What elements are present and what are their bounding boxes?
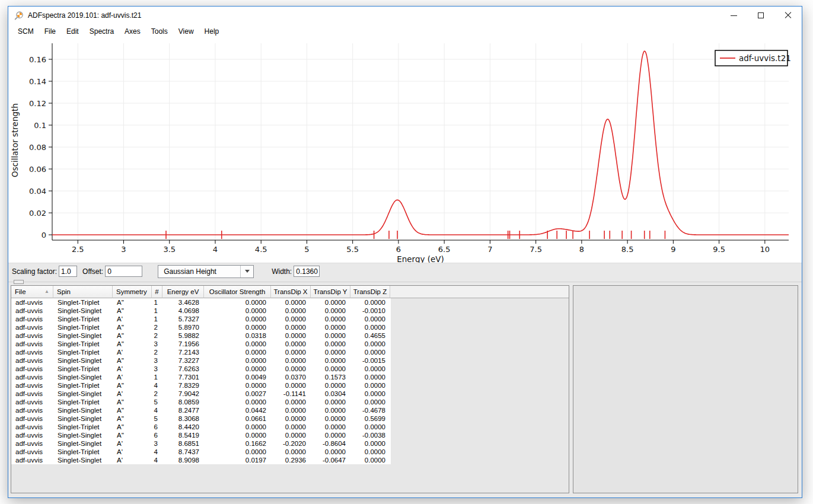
menu-file[interactable]: File: [39, 25, 61, 37]
cell-file: adf-uvvis: [11, 331, 53, 340]
column-header-spin[interactable]: Spin: [53, 286, 113, 298]
cell--: 1: [152, 315, 162, 323]
cell-spin: Singlet-Singlet: [53, 431, 113, 439]
table-row[interactable]: adf-uvvisSinglet-TripletA''25.89700.0000…: [11, 323, 391, 331]
broadening-method-select[interactable]: Gaussian Height: [158, 265, 254, 278]
cell-oscillator-strength: 0.0442: [204, 406, 271, 414]
cell--: 2: [152, 323, 162, 331]
cell-transdip-z: 0.0000: [350, 365, 390, 373]
menu-spectra[interactable]: Spectra: [84, 25, 119, 37]
cell--: 3: [152, 439, 162, 448]
cell-file: adf-uvvis: [11, 390, 53, 398]
menu-tools[interactable]: Tools: [146, 25, 173, 37]
table-row[interactable]: adf-uvvisSinglet-SingletA'27.90420.0027-…: [11, 390, 391, 398]
cell-symmetry: A'': [113, 406, 152, 414]
table-header-row: File▲SpinSymmetry#Energy eVOscillator St…: [11, 286, 569, 298]
table-row[interactable]: adf-uvvisSinglet-SingletA''37.32270.0000…: [11, 356, 391, 365]
scaling-factor-input[interactable]: [59, 266, 77, 277]
table-row[interactable]: adf-uvvisSinglet-TripletA'37.62630.00000…: [11, 365, 391, 373]
app-window: ADFspectra 2019.101: adf-uvvis.t21 SCMFi…: [8, 6, 802, 498]
table-row[interactable]: adf-uvvisSinglet-TripletA''68.44200.0000…: [11, 423, 391, 431]
cell-file: adf-uvvis: [11, 315, 53, 323]
maximize-button[interactable]: [747, 7, 774, 24]
magnifier-icon: [14, 11, 24, 21]
splitter-grip[interactable]: [14, 280, 24, 284]
column-header-transdip-y[interactable]: TransDip Y: [311, 286, 350, 298]
offset-label: Offset:: [82, 267, 103, 276]
cell-transdip-y: 0.0000: [311, 448, 350, 456]
table-row[interactable]: adf-uvvisSinglet-TripletA'15.73270.00000…: [11, 315, 391, 323]
cell-oscillator-strength: 0.0000: [204, 381, 271, 390]
svg-text:6: 6: [396, 245, 401, 254]
table-row[interactable]: adf-uvvisSinglet-TripletA''58.08590.0000…: [11, 398, 391, 406]
cell-energy-ev: 8.7437: [162, 448, 204, 456]
cell-energy-ev: 7.3227: [162, 356, 204, 365]
table-row[interactable]: adf-uvvisSinglet-SingletA''68.54190.0000…: [11, 431, 391, 439]
table-row[interactable]: adf-uvvisSinglet-SingletA'38.68510.1662-…: [11, 439, 391, 448]
cell-symmetry: A': [113, 390, 152, 398]
width-input[interactable]: [294, 266, 320, 277]
cell-transdip-y: 0.0000: [311, 406, 350, 414]
column-header--[interactable]: #: [152, 286, 162, 298]
cell-transdip-y: -0.0647: [311, 456, 350, 464]
cell-transdip-y: 0.0000: [311, 348, 350, 356]
cell-transdip-x: 0.0000: [271, 406, 311, 414]
table-row[interactable]: adf-uvvisSinglet-TripletA''37.19560.0000…: [11, 340, 391, 348]
column-header-transdip-z[interactable]: TransDip Z: [350, 286, 390, 298]
cell--: 5: [152, 414, 162, 423]
table-row[interactable]: adf-uvvisSinglet-SingletA''48.24770.0442…: [11, 406, 391, 414]
table-row[interactable]: adf-uvvisSinglet-TripletA'27.21430.00000…: [11, 348, 391, 356]
cell-transdip-y: -0.8604: [311, 439, 350, 448]
cell-transdip-x: 0.2936: [271, 456, 311, 464]
cell-transdip-z: 0.4655: [350, 331, 390, 340]
offset-input[interactable]: [105, 266, 142, 277]
cell-energy-ev: 8.3068: [162, 414, 204, 423]
table-row[interactable]: adf-uvvisSinglet-SingletA''58.30680.0661…: [11, 414, 391, 423]
chart-legend[interactable]: adf-uvvis.t21: [715, 50, 791, 66]
cell-oscillator-strength: 0.0197: [204, 456, 271, 464]
column-header-energy-ev[interactable]: Energy eV: [162, 286, 204, 298]
svg-text:6.5: 6.5: [438, 245, 451, 254]
table-row[interactable]: adf-uvvisSinglet-TripletA''13.46280.0000…: [11, 298, 391, 307]
cell--: 2: [152, 331, 162, 340]
menu-edit[interactable]: Edit: [61, 25, 84, 37]
cell-oscillator-strength: 0.0000: [204, 348, 271, 356]
menu-scm[interactable]: SCM: [12, 25, 39, 37]
cell--: 3: [152, 356, 162, 365]
table-row[interactable]: adf-uvvisSinglet-SingletA'48.90980.01970…: [11, 456, 391, 464]
menu-help[interactable]: Help: [199, 25, 225, 37]
table-row[interactable]: adf-uvvisSinglet-SingletA'17.73010.00490…: [11, 373, 391, 381]
grid-lines: [52, 43, 789, 240]
side-panel: [573, 285, 798, 493]
column-header-symmetry[interactable]: Symmetry: [113, 286, 152, 298]
cell-symmetry: A'': [113, 398, 152, 406]
title-bar[interactable]: ADFspectra 2019.101: adf-uvvis.t21: [8, 7, 802, 24]
minimize-button[interactable]: [720, 7, 747, 24]
cell-spin: Singlet-Singlet: [53, 356, 113, 365]
table-row[interactable]: adf-uvvisSinglet-SingletA''25.98820.0318…: [11, 331, 391, 340]
cell-transdip-x: 0.0000: [271, 356, 311, 365]
cell-file: adf-uvvis: [11, 340, 53, 348]
tick-labels: 00.020.040.060.080.10.120.140.162.533.54…: [10, 55, 770, 263]
cell--: 6: [152, 431, 162, 439]
spectrum-chart[interactable]: 00.020.040.060.080.10.120.140.162.533.54…: [8, 39, 802, 263]
cell-oscillator-strength: 0.0661: [204, 414, 271, 423]
cell-spin: Singlet-Triplet: [53, 365, 113, 373]
table-row[interactable]: adf-uvvisSinglet-SingletA''14.06980.0000…: [11, 307, 391, 315]
table-row[interactable]: adf-uvvisSinglet-TripletA''47.83290.0000…: [11, 381, 391, 390]
column-header-transdip-x[interactable]: TransDip X: [271, 286, 311, 298]
svg-text:7.5: 7.5: [530, 245, 542, 254]
column-header-oscillator-strength[interactable]: Oscillator Strength: [204, 286, 271, 298]
cell-symmetry: A': [113, 315, 152, 323]
cell-spin: Singlet-Singlet: [53, 373, 113, 381]
cell-transdip-z: 0.0000: [350, 315, 390, 323]
svg-text:10: 10: [760, 245, 770, 254]
broadening-method-value: Gaussian Height: [158, 267, 240, 276]
table-row[interactable]: adf-uvvisSinglet-TripletA'48.74370.00000…: [11, 448, 391, 456]
cell-transdip-x: 0.0000: [271, 323, 311, 331]
close-button[interactable]: [774, 7, 802, 24]
menu-view[interactable]: View: [173, 25, 199, 37]
column-header-file[interactable]: File▲: [11, 286, 53, 298]
cell-spin: Singlet-Singlet: [53, 307, 113, 315]
menu-axes[interactable]: Axes: [119, 25, 146, 37]
